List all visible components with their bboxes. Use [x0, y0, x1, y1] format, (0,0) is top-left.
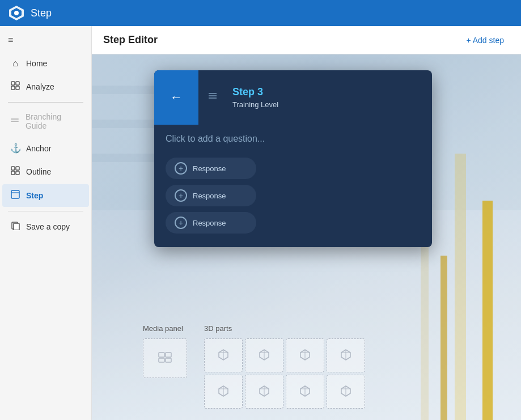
svg-rect-8	[11, 121, 19, 122]
sidebar-item-branching-guide-label: Branching Guide	[26, 112, 81, 130]
svg-rect-5	[11, 86, 15, 90]
3d-icon-6	[258, 384, 270, 400]
add-step-button[interactable]: + Add step	[460, 32, 510, 48]
header-bar: Step Editor + Add step	[92, 26, 521, 54]
svg-rect-3	[11, 82, 15, 85]
response-label-2: Response	[193, 192, 226, 200]
sidebar-item-save-copy-label: Save a copy	[26, 222, 70, 231]
svg-point-2	[14, 11, 19, 15]
parts-3d-cell-3[interactable]	[286, 338, 324, 372]
bg-yellow-bar-2	[440, 256, 447, 420]
topbar: Step	[0, 0, 521, 26]
response-item-3[interactable]: + Response	[166, 212, 256, 234]
sidebar-item-analyze[interactable]: Analyze	[2, 75, 89, 98]
sidebar-divider-1	[8, 102, 83, 103]
branching-guide-icon	[10, 116, 20, 127]
step-icon	[10, 190, 20, 201]
svg-rect-22	[455, 154, 466, 420]
svg-rect-28	[166, 353, 171, 357]
media-cell-1[interactable]	[143, 338, 187, 378]
svg-rect-7	[11, 118, 19, 120]
step-card-body: Click to add a question... + Response +	[154, 125, 432, 247]
media-panel-grid	[143, 338, 187, 378]
parts-3d-grid-row1	[204, 338, 365, 372]
home-icon: ⌂	[10, 58, 20, 69]
response-plus-icon-1: +	[175, 162, 187, 175]
3d-icon-8	[340, 384, 352, 400]
step-card-header: ← Step 3 Training Level	[154, 70, 432, 125]
sidebar-item-step-label: Step	[26, 191, 43, 200]
sidebar: ≡ ⌂ Home Analyze Branching Guide ⚓ Ancho…	[0, 26, 92, 420]
outline-icon	[10, 166, 20, 177]
response-list: + Response + Response +	[166, 158, 421, 234]
svg-rect-30	[166, 358, 171, 362]
bg-yellow-bar-1	[482, 201, 493, 420]
sidebar-item-save-copy[interactable]: Save a copy	[2, 215, 89, 238]
step-info: Step 3 Training Level	[223, 78, 287, 117]
question-placeholder[interactable]: Click to add a question...	[166, 134, 421, 144]
svg-rect-29	[159, 358, 164, 362]
hamburger-menu-icon[interactable]: ≡	[0, 31, 91, 50]
step-card: ← Step 3 Training Level Click to add a q…	[154, 70, 432, 247]
page-title: Step Editor	[103, 34, 158, 46]
3d-icon-3	[299, 348, 311, 363]
response-plus-icon-2: +	[175, 189, 187, 202]
parts-3d-grid-row2	[204, 375, 365, 409]
svg-rect-27	[159, 353, 164, 357]
analyze-icon	[10, 81, 20, 92]
sidebar-item-outline[interactable]: Outline	[2, 160, 89, 183]
sidebar-item-home[interactable]: ⌂ Home	[2, 53, 89, 74]
parts-3d-cell-6[interactable]	[245, 375, 283, 409]
back-arrow-icon: ←	[170, 90, 183, 105]
main-content: Step Editor + Add step	[92, 26, 521, 420]
anchor-icon: ⚓	[10, 143, 20, 154]
app-title: Step	[31, 7, 52, 19]
parts-3d-section: 3D parts	[204, 324, 365, 409]
canvas-area: ← Step 3 Training Level Click to add a q…	[92, 54, 521, 420]
3d-icon-7	[299, 384, 311, 400]
response-item-2[interactable]: + Response	[166, 185, 256, 206]
response-plus-icon-3: +	[175, 217, 187, 229]
3d-icon-2	[258, 348, 270, 363]
app-logo	[8, 5, 25, 22]
parts-3d-cell-4[interactable]	[327, 338, 365, 372]
sidebar-item-anchor[interactable]: ⚓ Anchor	[2, 137, 89, 159]
parts-3d-label: 3D parts	[204, 324, 365, 333]
sidebar-item-analyze-label: Analyze	[26, 82, 54, 91]
sidebar-divider-2	[8, 211, 83, 211]
svg-rect-4	[16, 82, 19, 85]
svg-rect-13	[11, 190, 19, 198]
sidebar-item-step[interactable]: Step	[2, 184, 89, 207]
parts-3d-cell-7[interactable]	[286, 375, 324, 409]
svg-rect-16	[14, 223, 19, 230]
svg-rect-6	[16, 86, 19, 90]
sidebar-item-branching-guide: Branching Guide	[2, 107, 89, 136]
svg-rect-9	[11, 167, 15, 170]
step-subtitle: Training Level	[232, 100, 278, 109]
response-item-1[interactable]: + Response	[166, 158, 256, 179]
media-panel-label: Media panel	[143, 324, 187, 333]
sidebar-item-home-label: Home	[26, 59, 47, 68]
step-title: Step 3	[232, 86, 278, 98]
response-label-3: Response	[193, 219, 226, 227]
3d-icon-1	[217, 348, 230, 363]
media-panel-section: Media panel	[143, 324, 187, 378]
parts-3d-cell-8[interactable]	[327, 375, 365, 409]
media-cell-icon	[158, 351, 172, 366]
response-label-1: Response	[193, 164, 226, 173]
parts-3d-cell-5[interactable]	[204, 375, 243, 409]
3d-icon-5	[217, 384, 230, 400]
parts-3d-cell-2[interactable]	[245, 338, 283, 372]
step-back-button[interactable]: ←	[154, 70, 198, 125]
svg-rect-11	[11, 171, 15, 175]
list-icon	[207, 91, 218, 104]
sidebar-item-anchor-label: Anchor	[26, 144, 51, 153]
svg-rect-12	[16, 171, 19, 175]
save-copy-icon	[10, 221, 20, 232]
bottom-panels: Media panel 3D parts	[143, 324, 365, 409]
svg-rect-10	[16, 167, 19, 170]
parts-3d-cell-1[interactable]	[204, 338, 243, 372]
sidebar-item-outline-label: Outline	[26, 167, 51, 176]
3d-icon-4	[340, 348, 352, 363]
